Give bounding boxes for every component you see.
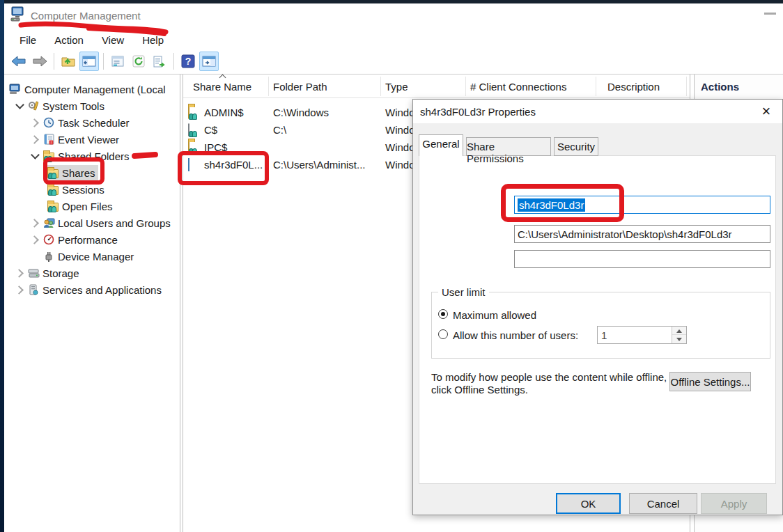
tree-item-shares[interactable]: Shares [4, 164, 180, 181]
selected-text: sh4r3dF0Ld3r [518, 198, 585, 212]
toolbar-separator [173, 53, 174, 70]
column-client-connections[interactable]: # Client Connections [470, 81, 566, 93]
toolbar-separator [54, 53, 54, 70]
user-count-spinner[interactable]: 1 [597, 326, 687, 344]
shared-drive-icon [188, 124, 200, 135]
tree-item-shared-folders[interactable]: Shared Folders [4, 148, 180, 164]
tree-item-computer-management[interactable]: Computer Management (Local [4, 81, 180, 97]
allow-number-label: Allow this number of users: [453, 329, 578, 341]
share-name-input[interactable]: sh4r3dF0Ld3r [514, 196, 770, 214]
tab-security[interactable]: Security [554, 137, 598, 156]
tree-item-label: Services and Applications [42, 284, 162, 296]
back-button[interactable] [9, 52, 29, 71]
allow-number-radio[interactable] [438, 329, 448, 339]
maximum-allowed-radio[interactable] [438, 309, 448, 319]
chevron-right-icon[interactable] [29, 117, 42, 128]
user-count-value: 1 [601, 329, 607, 341]
desktop-edge-top [0, 0, 783, 3]
tree-list-divider[interactable] [180, 75, 180, 532]
menu-action[interactable]: Action [47, 33, 91, 47]
description-input[interactable] [514, 250, 770, 268]
folder-path-cell: C:\ [273, 124, 286, 136]
spinner-up-icon[interactable] [672, 327, 686, 335]
forward-button[interactable] [30, 52, 49, 71]
chevron-right-icon[interactable] [29, 234, 42, 245]
column-separator[interactable] [596, 77, 596, 96]
user-limit-groupbox: User limit Maximum allowed Allow this nu… [431, 292, 770, 359]
ok-button[interactable]: OK [556, 493, 621, 514]
tree-item-storage[interactable]: Storage [4, 265, 180, 281]
computer-management-window: Computer Management File Action View Hel… [0, 0, 783, 532]
toolbar: ? [4, 49, 783, 75]
tab-share-permissions[interactable]: Share Permissions [466, 137, 551, 156]
tree-item-label: Shared Folders [58, 150, 130, 162]
column-description[interactable]: Description [607, 81, 660, 93]
event-log-icon: ! [42, 134, 56, 145]
folder-path-value: C:\Users\Administrator\Desktop\sh4r3dF0L… [518, 228, 732, 240]
actions-title: Actions [701, 81, 739, 93]
refresh-icon [132, 55, 145, 68]
window-title: Computer Management [31, 10, 141, 22]
column-share-name[interactable]: Share Name [193, 81, 251, 93]
export-list-button[interactable] [150, 52, 169, 71]
tree-item-task-scheduler[interactable]: Task Scheduler [4, 114, 180, 131]
show-action-pane-toggle[interactable] [199, 52, 219, 71]
offline-settings-button[interactable]: Offline Settings... [669, 372, 751, 391]
close-icon[interactable]: × [757, 102, 775, 120]
tree-item-event-viewer[interactable]: ! Event Viewer [4, 131, 180, 148]
tree-item-performance[interactable]: Performance [4, 231, 180, 248]
apply-button[interactable]: Apply [701, 493, 767, 514]
tab-general[interactable]: General [419, 134, 463, 156]
share-name-cell: sh4r3dF0L... [204, 159, 263, 171]
chevron-placeholder [29, 251, 42, 262]
column-type[interactable]: Type [385, 81, 408, 93]
tree-item-local-users-groups[interactable]: Local Users and Groups [4, 214, 180, 231]
up-folder-button[interactable] [59, 52, 78, 71]
column-separator[interactable] [686, 77, 687, 96]
cancel-button[interactable]: Cancel [629, 493, 697, 514]
menu-help[interactable]: Help [135, 33, 171, 47]
refresh-button[interactable] [129, 52, 148, 71]
tree-item-label: Shares [62, 167, 95, 179]
user-limit-legend: User limit [438, 286, 489, 298]
tree-item-sessions[interactable]: Sessions [4, 181, 180, 198]
column-separator[interactable] [380, 77, 381, 96]
up-folder-icon [61, 55, 75, 68]
back-arrow-icon [11, 56, 26, 67]
tree-item-system-tools[interactable]: System Tools [4, 97, 180, 114]
share-name-cell: C$ [204, 124, 217, 136]
column-separator[interactable] [465, 77, 466, 96]
menu-bar: File Action View Help [4, 31, 783, 49]
gauge-icon [42, 234, 56, 245]
show-console-tree-toggle[interactable] [79, 52, 99, 71]
tree-item-label: Storage [42, 267, 79, 279]
chevron-right-icon[interactable] [29, 217, 42, 228]
minimize-button[interactable] [764, 13, 776, 15]
chevron-down-icon[interactable] [14, 100, 26, 111]
chevron-right-icon[interactable] [14, 284, 26, 295]
chevron-right-icon[interactable] [14, 267, 26, 279]
folder-path-input[interactable]: C:\Users\Administrator\Desktop\sh4r3dF0L… [514, 225, 770, 243]
menu-view[interactable]: View [95, 33, 131, 47]
tree-item-label: Computer Management (Local [24, 84, 166, 95]
sort-ascending-icon [220, 73, 226, 79]
column-separator[interactable] [268, 77, 269, 96]
chevron-down-icon[interactable] [29, 150, 42, 162]
menu-file[interactable]: File [13, 33, 43, 47]
tree-item-open-files[interactable]: Open Files [4, 198, 180, 214]
tree-list-divider[interactable] [183, 75, 183, 532]
help-button[interactable]: ? [178, 52, 198, 71]
desktop-edge-left [0, 0, 4, 532]
shared-folder-icon [188, 141, 200, 152]
chevron-right-icon[interactable] [29, 134, 42, 145]
tree-item-device-manager[interactable]: Device Manager [4, 248, 180, 265]
column-folder-path[interactable]: Folder Path [273, 81, 327, 93]
tree-item-services-applications[interactable]: Services and Applications [4, 281, 180, 298]
tree-item-label: Event Viewer [58, 134, 119, 146]
spinner-down-icon[interactable] [672, 335, 686, 343]
offline-settings-text: To modify how people use the content whi… [431, 371, 672, 396]
services-icon [26, 284, 40, 295]
svg-text:?: ? [185, 56, 192, 67]
tree-item-label: Sessions [62, 184, 104, 196]
properties-button[interactable] [108, 52, 127, 71]
